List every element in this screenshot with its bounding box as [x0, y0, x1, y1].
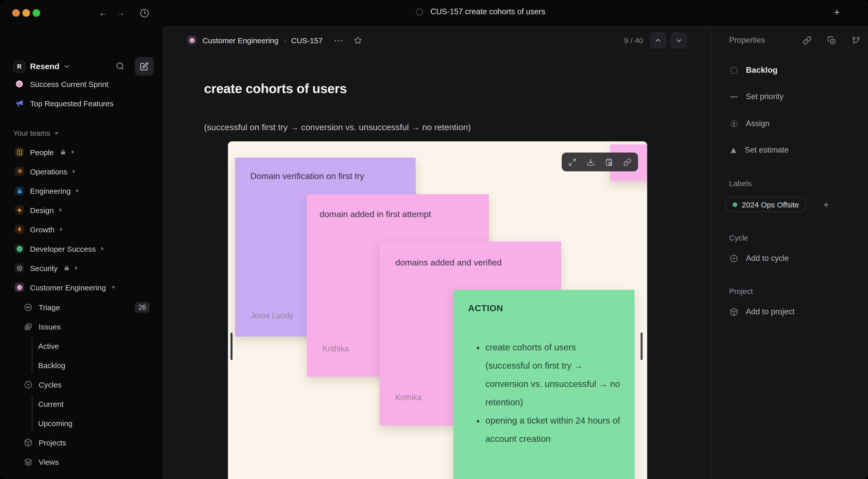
- estimate-field[interactable]: Set estimate: [712, 141, 868, 159]
- sidebar-item-upcoming[interactable]: Upcoming: [0, 413, 163, 433]
- layers-icon: [24, 457, 33, 466]
- labels-header: Labels: [729, 179, 751, 188]
- megaphone-icon: [15, 99, 24, 108]
- id-badge-icon: [15, 148, 24, 157]
- copy-link-icon[interactable]: [623, 158, 631, 166]
- sidebar-item-current[interactable]: Current: [0, 394, 163, 413]
- backlog-status-icon: [730, 66, 738, 74]
- image-resize-handle-left[interactable]: [230, 332, 232, 360]
- window-tab-title: CUS-157 create cohorts of users: [430, 7, 545, 16]
- note-bullet: opening a ticket within 24 hours of acco…: [486, 411, 621, 448]
- linear-window: ← → CUS-157 create cohorts of users + R …: [0, 0, 868, 479]
- chevron-right-icon: [60, 227, 63, 231]
- back-button[interactable]: ←: [99, 9, 107, 17]
- your-teams-header[interactable]: Your teams: [13, 129, 50, 137]
- cycles-icon: [24, 380, 33, 389]
- sidebar-team-developer-success[interactable]: Developer Success: [0, 239, 163, 258]
- duplicate-icon[interactable]: [827, 36, 836, 44]
- breadcrumb-separator: ›: [284, 36, 286, 44]
- zoom-window-button[interactable]: [32, 9, 40, 17]
- note-title: ACTION: [468, 302, 621, 314]
- collapse-teams-icon: [55, 132, 59, 134]
- pager-position: 9 / 40: [624, 36, 643, 45]
- previous-issue-button[interactable]: [650, 33, 666, 48]
- sidebar-item-active[interactable]: Active: [0, 336, 163, 355]
- sidebar-team-design[interactable]: Design: [0, 200, 163, 220]
- breadcrumb-issue-id[interactable]: CUS-157: [291, 36, 322, 44]
- chevron-right-icon: [76, 189, 79, 193]
- download-image-icon[interactable]: [587, 158, 595, 166]
- git-branch-icon[interactable]: [851, 36, 860, 44]
- sidebar-item-success-current-sprint[interactable]: Success Current Sprint: [0, 74, 163, 94]
- workspace-logo: R: [13, 60, 25, 72]
- breadcrumb-team[interactable]: Customer Engineering: [203, 36, 279, 44]
- sidebar-team-growth[interactable]: Growth: [0, 220, 163, 239]
- sidebar-item-top-requested-features[interactable]: Top Requested Features: [0, 94, 163, 113]
- window-titlebar: ← → CUS-157 create cohorts of users +: [0, 0, 868, 26]
- cycle-header: Cycle: [729, 233, 748, 242]
- new-tab-button[interactable]: +: [834, 7, 840, 17]
- note-author: Krithika: [395, 389, 422, 405]
- label-color-dot: [733, 202, 737, 207]
- sidebar-team-operations[interactable]: Operations: [0, 162, 163, 181]
- chevron-down-icon: [112, 286, 116, 289]
- chip-icon: [15, 263, 24, 273]
- project-header: Project: [729, 287, 753, 295]
- embedded-image[interactable]: hi Domain verification on first try Jonn…: [228, 141, 647, 479]
- sticky-note-green: ACTION create cohorts of users (successf…: [453, 290, 634, 479]
- note-bullet: create cohorts of users (successful on f…: [486, 338, 621, 411]
- new-issue-button[interactable]: [135, 57, 154, 76]
- properties-title: Properties: [729, 36, 765, 45]
- chevron-down-icon: [64, 65, 70, 68]
- next-issue-button[interactable]: [671, 33, 687, 48]
- priority-field[interactable]: Set priority: [712, 88, 868, 105]
- sidebar-team-people[interactable]: People: [0, 142, 163, 162]
- sidebar-item-issues[interactable]: Issues: [0, 317, 163, 336]
- close-window-button[interactable]: [12, 9, 20, 17]
- estimate-triangle-icon: [730, 146, 737, 154]
- favorite-star-button[interactable]: [353, 36, 362, 44]
- more-options-button[interactable]: ⋯: [334, 34, 343, 46]
- cycle-icon: [730, 254, 738, 263]
- sidebar-item-views[interactable]: Views: [0, 452, 163, 471]
- star-struck-face-icon: [15, 244, 24, 253]
- add-to-project[interactable]: Add to project: [712, 303, 868, 320]
- gear-icon: [15, 167, 24, 176]
- backlog-status-icon: [415, 7, 424, 16]
- image-resize-handle-right[interactable]: [641, 332, 643, 360]
- note-author: Jonni Lundy: [251, 308, 293, 323]
- chevron-right-icon: [101, 247, 104, 251]
- sidebar-item-backlog[interactable]: Backlog: [0, 355, 163, 375]
- sidebar-team-engineering[interactable]: Engineering: [0, 181, 163, 200]
- workspace-switcher[interactable]: R Resend: [13, 60, 70, 72]
- expand-image-icon[interactable]: [568, 158, 577, 166]
- sidebar-item-triage[interactable]: Triage 26: [0, 297, 163, 317]
- cube-icon: [24, 438, 33, 447]
- add-to-cycle[interactable]: Add to cycle: [712, 250, 868, 267]
- chevron-right-icon: [71, 150, 74, 154]
- chevron-right-icon: [73, 169, 75, 173]
- properties-panel: Properties Backlog: [711, 27, 868, 479]
- search-button[interactable]: [116, 62, 125, 71]
- add-label-button[interactable]: +: [823, 200, 829, 210]
- copy-issue-link-icon[interactable]: [803, 36, 811, 44]
- label-2024-ops-offsite[interactable]: 2024 Ops Offsite: [725, 197, 807, 212]
- issue-title[interactable]: create cohorts of users: [204, 81, 347, 97]
- assignee-field[interactable]: Assign: [712, 115, 868, 132]
- triage-icon: [24, 303, 33, 312]
- image-toolbar: [562, 153, 638, 171]
- lock-icon: [60, 149, 66, 155]
- smiley-icon: [15, 283, 24, 292]
- copy-image-icon[interactable]: [605, 158, 613, 166]
- sidebar-item-cycles[interactable]: Cycles: [0, 375, 163, 394]
- sidebar-team-customer-engineering[interactable]: Customer Engineering: [0, 278, 163, 297]
- main-panel: Customer Engineering › CUS-157 ⋯ 9 / 40 …: [163, 26, 868, 479]
- history-icon[interactable]: [140, 9, 149, 18]
- lock-icon: [64, 265, 70, 271]
- minimize-window-button[interactable]: [22, 9, 30, 17]
- status-field[interactable]: Backlog: [712, 62, 868, 79]
- issue-description[interactable]: (successful on first try → conversion vs…: [204, 123, 471, 133]
- sidebar-team-security[interactable]: Security: [0, 258, 163, 278]
- forward-button[interactable]: →: [116, 9, 125, 17]
- sidebar-item-projects[interactable]: Projects: [0, 433, 163, 452]
